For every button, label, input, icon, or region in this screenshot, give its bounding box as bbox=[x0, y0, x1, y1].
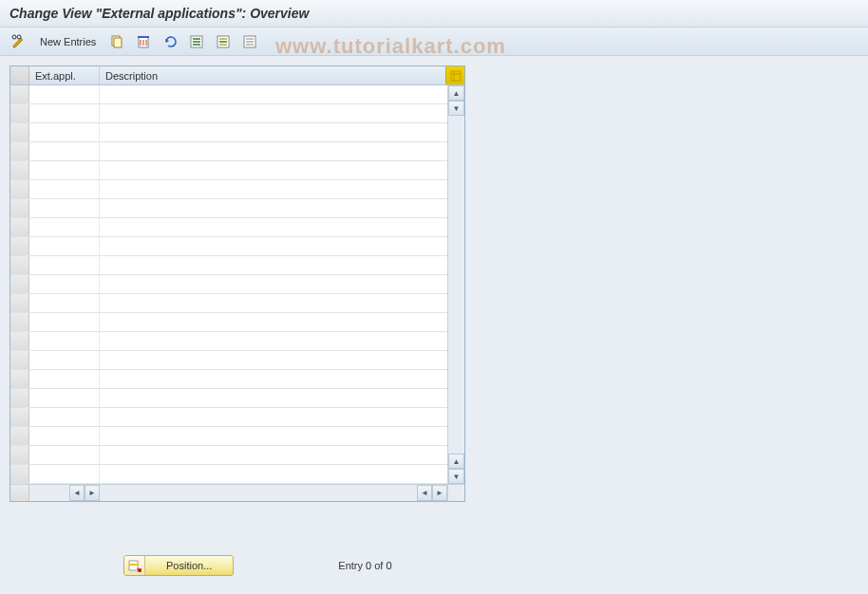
cell-description[interactable] bbox=[100, 237, 447, 255]
row-selector[interactable] bbox=[10, 85, 29, 103]
header-selector-cell[interactable] bbox=[10, 66, 29, 84]
svg-rect-11 bbox=[219, 38, 227, 40]
cell-description[interactable] bbox=[100, 389, 447, 407]
deselect-all-button[interactable] bbox=[238, 32, 261, 51]
vertical-scrollbar[interactable]: ▲ ▼ ▲ ▼ bbox=[447, 85, 464, 484]
row-selector[interactable] bbox=[10, 104, 29, 122]
cell-ext-appl[interactable] bbox=[29, 370, 100, 388]
table-row bbox=[10, 351, 447, 370]
select-block-button[interactable] bbox=[212, 32, 235, 51]
cell-description[interactable] bbox=[100, 465, 447, 483]
row-selector[interactable] bbox=[10, 465, 29, 483]
table-row bbox=[10, 199, 447, 218]
cell-ext-appl[interactable] bbox=[29, 123, 100, 141]
cell-ext-appl[interactable] bbox=[29, 199, 100, 217]
row-selector[interactable] bbox=[10, 332, 29, 350]
scroll-left-end-button[interactable]: ◄ bbox=[417, 485, 432, 501]
cell-description[interactable] bbox=[100, 218, 447, 236]
cell-ext-appl[interactable] bbox=[29, 142, 100, 160]
row-selector[interactable] bbox=[10, 446, 29, 464]
cell-description[interactable] bbox=[100, 370, 447, 388]
cell-description[interactable] bbox=[100, 275, 447, 293]
scroll-down-bottom-button[interactable]: ▼ bbox=[448, 469, 464, 484]
cell-description[interactable] bbox=[100, 427, 447, 445]
delete-button[interactable] bbox=[132, 32, 155, 51]
cell-ext-appl[interactable] bbox=[29, 180, 100, 198]
row-selector[interactable] bbox=[10, 351, 29, 369]
scroll-left-button[interactable]: ◄ bbox=[69, 485, 85, 501]
copy-button[interactable] bbox=[105, 32, 128, 51]
svg-point-1 bbox=[17, 35, 21, 39]
cell-ext-appl[interactable] bbox=[29, 237, 100, 255]
select-all-button[interactable] bbox=[185, 32, 208, 51]
scroll-up-button[interactable]: ▲ bbox=[448, 85, 464, 101]
cell-description[interactable] bbox=[100, 313, 447, 331]
cell-ext-appl[interactable] bbox=[29, 446, 100, 464]
row-selector[interactable] bbox=[10, 180, 29, 198]
cell-description[interactable] bbox=[100, 104, 447, 122]
scroll-down-button[interactable]: ▼ bbox=[448, 101, 464, 116]
cell-ext-appl[interactable] bbox=[29, 161, 100, 179]
cell-ext-appl[interactable] bbox=[29, 427, 100, 445]
toggle-edit-button[interactable] bbox=[8, 32, 30, 51]
cell-description[interactable] bbox=[100, 142, 447, 160]
row-selector[interactable] bbox=[10, 408, 29, 426]
cell-ext-appl[interactable] bbox=[29, 465, 100, 483]
cell-description[interactable] bbox=[100, 180, 447, 198]
table-row bbox=[10, 218, 447, 237]
svg-rect-12 bbox=[219, 41, 227, 43]
cell-ext-appl[interactable] bbox=[29, 294, 100, 312]
svg-rect-9 bbox=[193, 44, 200, 46]
row-selector[interactable] bbox=[10, 161, 29, 179]
scroll-right-end-button[interactable]: ► bbox=[432, 485, 447, 501]
data-table: Ext.appl. Description ▲ ▼ ▲ ▼ bbox=[9, 65, 465, 502]
cell-description[interactable] bbox=[100, 351, 447, 369]
cell-description[interactable] bbox=[100, 161, 447, 179]
row-selector[interactable] bbox=[10, 199, 29, 217]
row-selector[interactable] bbox=[10, 256, 29, 274]
cell-description[interactable] bbox=[100, 332, 447, 350]
cell-ext-appl[interactable] bbox=[29, 408, 100, 426]
content-area: Ext.appl. Description ▲ ▼ ▲ ▼ bbox=[0, 56, 868, 593]
table-config-button[interactable] bbox=[445, 66, 464, 84]
cell-description[interactable] bbox=[100, 85, 447, 103]
cell-ext-appl[interactable] bbox=[29, 256, 100, 274]
cell-description[interactable] bbox=[100, 199, 447, 217]
cell-ext-appl[interactable] bbox=[29, 218, 100, 236]
table-config-icon bbox=[450, 70, 462, 82]
svg-rect-17 bbox=[246, 44, 254, 46]
cell-ext-appl[interactable] bbox=[29, 332, 100, 350]
row-selector[interactable] bbox=[10, 313, 29, 331]
row-selector[interactable] bbox=[10, 427, 29, 445]
cell-ext-appl[interactable] bbox=[29, 85, 100, 103]
column-header-description[interactable]: Description bbox=[100, 66, 445, 84]
cell-description[interactable] bbox=[100, 446, 447, 464]
svg-rect-5 bbox=[138, 36, 149, 38]
horizontal-scrollbar[interactable] bbox=[100, 485, 417, 501]
cell-ext-appl[interactable] bbox=[29, 104, 100, 122]
position-button[interactable]: Position... bbox=[123, 555, 234, 576]
row-selector[interactable] bbox=[10, 294, 29, 312]
row-selector[interactable] bbox=[10, 237, 29, 255]
scroll-right-button[interactable]: ► bbox=[85, 485, 100, 501]
row-selector[interactable] bbox=[10, 123, 29, 141]
cell-description[interactable] bbox=[100, 294, 447, 312]
cell-description[interactable] bbox=[100, 408, 447, 426]
row-selector[interactable] bbox=[10, 142, 29, 160]
cell-description[interactable] bbox=[100, 123, 447, 141]
cell-description[interactable] bbox=[100, 256, 447, 274]
cell-ext-appl[interactable] bbox=[29, 313, 100, 331]
new-entries-button[interactable]: New Entries bbox=[34, 36, 102, 47]
table-row bbox=[10, 85, 447, 104]
row-selector[interactable] bbox=[10, 370, 29, 388]
column-header-ext-appl[interactable]: Ext.appl. bbox=[29, 66, 100, 84]
row-selector[interactable] bbox=[10, 218, 29, 236]
row-selector[interactable] bbox=[10, 389, 29, 407]
cell-ext-appl[interactable] bbox=[29, 351, 100, 369]
row-selector[interactable] bbox=[10, 275, 29, 293]
scroll-up-bottom-button[interactable]: ▲ bbox=[448, 454, 464, 469]
table-row bbox=[10, 446, 447, 465]
cell-ext-appl[interactable] bbox=[29, 389, 100, 407]
undo-button[interactable] bbox=[159, 32, 181, 51]
cell-ext-appl[interactable] bbox=[29, 275, 100, 293]
